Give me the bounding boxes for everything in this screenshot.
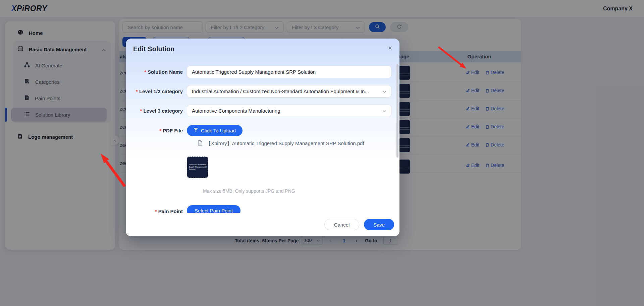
required-mark: * bbox=[140, 108, 142, 114]
field-pdf-file: *PDF File Click To Upload bbox=[126, 125, 399, 136]
level12-category-value: Industrial Automation / Customized Non-S… bbox=[192, 88, 369, 94]
field-label: *Level 1/2 category bbox=[126, 85, 183, 98]
required-mark: * bbox=[136, 88, 138, 94]
field-level3-category: *Level 3 category Automotive Components … bbox=[126, 105, 399, 117]
select-pain-point-button[interactable]: Select Pain Point bbox=[187, 205, 240, 213]
field-label-text: Solution Name bbox=[148, 69, 183, 75]
field-label: *Pain Point bbox=[126, 208, 183, 213]
edit-solution-modal: Edit Solution × *Solution Name *Level 1/… bbox=[126, 39, 399, 236]
solution-name-input[interactable] bbox=[187, 66, 391, 78]
field-solution-name: *Solution Name bbox=[126, 66, 399, 78]
upload-icon bbox=[194, 128, 198, 133]
chevron-down-icon bbox=[382, 108, 386, 114]
modal-footer: Cancel Save bbox=[126, 213, 399, 236]
level3-category-value: Automotive Components Manufacturing bbox=[192, 108, 280, 114]
field-pain-point: *Pain Point Select Pain Point bbox=[126, 205, 399, 213]
field-label-text: PDF File bbox=[163, 128, 183, 133]
select-pain-point-label: Select Pain Point bbox=[195, 208, 233, 213]
field-label: *Level 3 category bbox=[126, 105, 183, 117]
save-button[interactable]: Save bbox=[364, 219, 394, 230]
level3-category-select[interactable]: Automotive Components Manufacturing bbox=[187, 105, 391, 117]
field-level12-category: *Level 1/2 category Industrial Automatio… bbox=[126, 85, 399, 98]
upload-hint: Max size 5MB; Only supports JPG and PNG bbox=[203, 188, 295, 194]
field-label: *PDF File bbox=[126, 125, 183, 136]
required-mark: * bbox=[155, 208, 157, 213]
file-name: 【Xpirory】Automatic Triggered Supply Mana… bbox=[206, 140, 364, 147]
level12-category-select[interactable]: Industrial Automation / Customized Non-S… bbox=[187, 85, 391, 98]
field-label-text: Level 1/2 category bbox=[139, 88, 183, 94]
file-icon bbox=[198, 140, 203, 147]
thumbnail-text-line: Solution bbox=[189, 168, 207, 171]
field-label: *Solution Name bbox=[126, 66, 183, 78]
thumbnail-text-line: Supply Management SRP bbox=[189, 166, 207, 168]
pdf-cover-thumbnail[interactable]: Flow Rack Automatic Triggered Supply Man… bbox=[187, 157, 208, 178]
thumbnail-text-line: Flow Rack Automatic Triggered bbox=[189, 164, 207, 166]
cancel-button[interactable]: Cancel bbox=[324, 219, 359, 230]
modal-body: *Solution Name *Level 1/2 category Indus… bbox=[126, 39, 399, 213]
required-mark: * bbox=[159, 128, 161, 133]
upload-button-label: Click To Upload bbox=[201, 128, 236, 133]
field-label-text: Pain Point bbox=[158, 208, 183, 213]
app-root: XPiRORY Company X Home Basic Data Manage… bbox=[0, 0, 644, 306]
chevron-down-icon bbox=[382, 88, 386, 94]
field-label-text: Level 3 category bbox=[143, 108, 183, 114]
uploaded-file-row[interactable]: 【Xpirory】Automatic Triggered Supply Mana… bbox=[198, 140, 364, 147]
required-mark: * bbox=[144, 69, 146, 75]
modal-scrollbar[interactable] bbox=[396, 64, 398, 158]
upload-button[interactable]: Click To Upload bbox=[187, 125, 243, 136]
